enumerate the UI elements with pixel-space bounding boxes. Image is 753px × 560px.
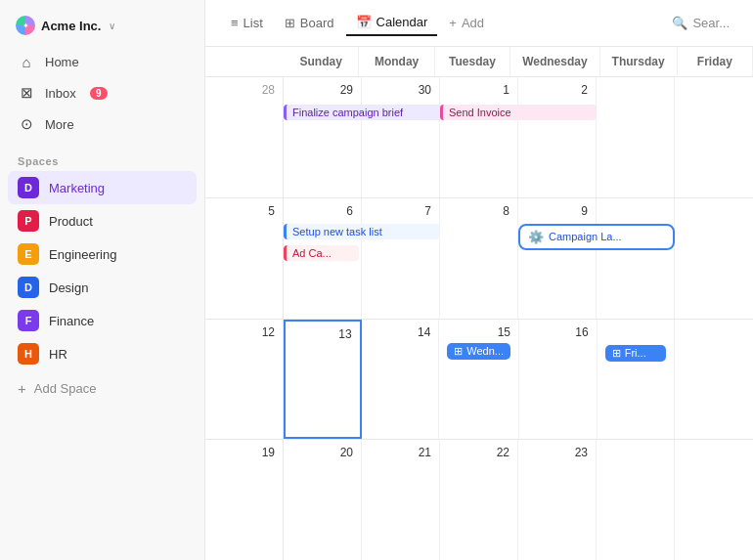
- space-design[interactable]: D Design: [8, 271, 197, 304]
- day-col-tue2[interactable]: 7: [362, 198, 440, 319]
- day-num-23: 23: [526, 446, 588, 459]
- inbox-icon: ⊠: [18, 84, 35, 102]
- space-finance[interactable]: F Finance: [8, 304, 197, 337]
- space-dot-marketing: D: [18, 177, 39, 198]
- event-send-invoice[interactable]: Send Invoice: [440, 105, 597, 120]
- day-col-sun3[interactable]: 12: [205, 320, 284, 440]
- day-num-29: 29: [291, 83, 353, 97]
- event-campaign-launch[interactable]: ⚙️ Campaign La...: [518, 224, 675, 250]
- day-num-13: 13: [293, 327, 352, 341]
- spaces-label: Spaces: [0, 148, 204, 171]
- calendar-header: Sunday Monday Tuesday Wednesday Thursday…: [205, 47, 753, 77]
- event-wednesday-meeting[interactable]: ⊞ Wedn...: [447, 343, 510, 360]
- space-dot-design: D: [18, 277, 39, 298]
- nav-home[interactable]: ⌂ Home: [8, 47, 197, 77]
- space-engineering-label: Engineering: [49, 247, 116, 262]
- day-num-7: 7: [370, 204, 431, 218]
- week-row-3: 12 13 14 15 ⊞ Wedn...: [205, 320, 753, 441]
- space-hr-label: HR: [49, 347, 67, 362]
- calendar-grid: 28 29 Finalize campaign brief 30 1: [205, 77, 753, 560]
- day-col-wed3[interactable]: 15 ⊞ Wedn...: [439, 320, 519, 440]
- day-col-fri1[interactable]: [597, 77, 675, 197]
- header-thursday: Thursday: [600, 47, 678, 76]
- nav-more-label: More: [45, 117, 74, 132]
- calendar-view: Sunday Monday Tuesday Wednesday Thursday…: [205, 47, 753, 560]
- day-col-fri2[interactable]: [597, 198, 675, 319]
- event-setup-task-list[interactable]: Setup new task list: [284, 224, 440, 239]
- wed-meeting-icon: ⊞: [454, 345, 463, 358]
- space-dot-engineering: E: [18, 243, 39, 265]
- search-button[interactable]: 🔍 Sear...: [664, 11, 737, 35]
- day-col-thu2[interactable]: 9 ⚙️ Campaign La...: [518, 198, 597, 319]
- search-icon: 🔍: [672, 16, 687, 30]
- org-name: Acme Inc.: [41, 19, 101, 33]
- day-col-mon2[interactable]: 6 Setup new task list Ad Ca...: [284, 198, 362, 319]
- more-icon: ⊙: [18, 115, 35, 133]
- tab-board[interactable]: ⊞ Board: [275, 11, 344, 35]
- week-row-1: 28 29 Finalize campaign brief 30 1: [205, 77, 753, 198]
- day-col-mon1[interactable]: 29 Finalize campaign brief: [284, 77, 362, 197]
- space-product[interactable]: P Product: [8, 204, 197, 237]
- day-col-wed4[interactable]: 22: [440, 440, 518, 560]
- tab-add[interactable]: + Add: [439, 11, 494, 35]
- day-col-sun4[interactable]: 19: [205, 440, 284, 560]
- day-col-sun2[interactable]: 5: [205, 198, 284, 319]
- add-icon: +: [449, 16, 457, 30]
- day-col-fri3[interactable]: ⊞ Fri...: [598, 320, 676, 440]
- day-col-tue1[interactable]: 30: [362, 77, 440, 197]
- day-col-tue3[interactable]: 14: [362, 320, 440, 440]
- calendar-icon: 📅: [356, 15, 372, 29]
- event-ad-campaign[interactable]: Ad Ca...: [284, 245, 359, 261]
- day-col-mon4[interactable]: 20: [284, 440, 362, 560]
- org-chevron-icon: ∨: [109, 21, 115, 31]
- tab-calendar[interactable]: 📅 Calendar: [346, 10, 438, 36]
- day-num-30: 30: [370, 83, 431, 97]
- space-dot-product: P: [18, 210, 39, 232]
- space-hr[interactable]: H HR: [8, 337, 197, 370]
- header-sunday: Sunday: [284, 47, 359, 76]
- day-col-mon3-today[interactable]: 13: [284, 320, 362, 440]
- day-num-19: 19: [213, 446, 275, 459]
- tab-list[interactable]: ≡ List: [221, 11, 273, 35]
- day-num-5: 5: [213, 204, 275, 218]
- space-finance-label: Finance: [49, 314, 94, 328]
- day-col-thu1[interactable]: 2: [518, 77, 597, 197]
- day-num-1: 1: [448, 83, 509, 97]
- space-marketing[interactable]: D Marketing: [8, 171, 197, 204]
- day-col-sun1[interactable]: 28: [205, 77, 284, 197]
- inbox-badge: 9: [90, 87, 108, 100]
- day-num-8: 8: [448, 204, 509, 218]
- day-num-20: 20: [291, 446, 353, 459]
- home-icon: ⌂: [18, 54, 35, 70]
- week-row-4: 19 20 21 22 23: [205, 440, 753, 560]
- view-tabs: ≡ List ⊞ Board 📅 Calendar + Add: [221, 10, 660, 36]
- board-icon: ⊞: [285, 16, 295, 30]
- space-product-label: Product: [49, 214, 93, 229]
- day-col-wed1[interactable]: 1 Send Invoice: [440, 77, 518, 197]
- spaces-list: D Marketing P Product E Engineering D De…: [0, 171, 204, 370]
- day-col-fri4[interactable]: [597, 440, 675, 560]
- day-num-22: 22: [448, 446, 509, 459]
- fri-meeting-label: Fri...: [625, 347, 646, 359]
- day-num-2: 2: [526, 83, 588, 97]
- space-dot-hr: H: [18, 343, 39, 365]
- space-engineering[interactable]: E Engineering: [8, 237, 197, 271]
- day-col-wed2[interactable]: 8: [440, 198, 518, 319]
- space-design-label: Design: [49, 280, 88, 295]
- day-col-thu4[interactable]: 23: [518, 440, 597, 560]
- space-marketing-label: Marketing: [49, 181, 105, 195]
- nav-inbox[interactable]: ⊠ Inbox 9: [8, 77, 197, 108]
- tab-calendar-label: Calendar: [376, 15, 428, 29]
- day-col-tue4[interactable]: 21: [362, 440, 440, 560]
- list-icon: ≡: [231, 16, 239, 30]
- add-space-button[interactable]: + Add Space: [0, 374, 204, 403]
- header-tuesday: Tuesday: [435, 47, 510, 76]
- nav-more[interactable]: ⊙ More: [8, 108, 197, 140]
- add-space-icon: +: [18, 380, 26, 397]
- day-num-9: 9: [526, 204, 588, 218]
- day-num-28: 28: [213, 83, 275, 97]
- search-label: Sear...: [692, 16, 730, 30]
- org-header[interactable]: ✦ Acme Inc. ∨: [0, 12, 204, 47]
- day-col-thu3[interactable]: 16: [519, 320, 598, 440]
- event-friday-meeting[interactable]: ⊞ Fri...: [605, 345, 667, 362]
